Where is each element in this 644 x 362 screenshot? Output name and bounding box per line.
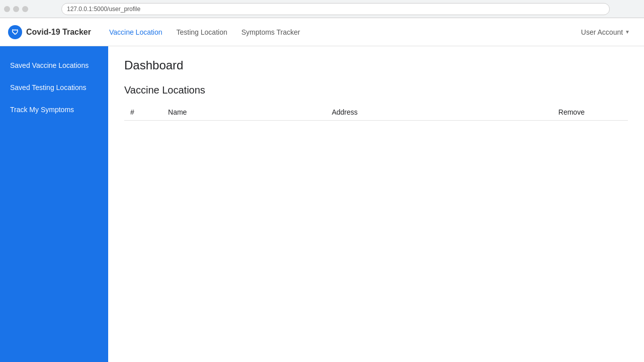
- user-account-button[interactable]: User Account ▼: [575, 25, 636, 39]
- navbar-right: User Account ▼: [575, 25, 636, 39]
- col-header-remove: Remove: [552, 104, 628, 121]
- page-title: Dashboard: [124, 58, 628, 72]
- sidebar-item-saved-testing-locations[interactable]: Saved Testing Locations: [0, 76, 108, 99]
- brand-label: Covid-19 Tracker: [26, 28, 91, 37]
- address-bar[interactable]: 127.0.0.1:5000/user_profile: [61, 3, 610, 15]
- sidebar-item-track-symptoms[interactable]: Track My Symptoms: [0, 99, 108, 121]
- nav-testing-location[interactable]: Testing Location: [171, 24, 233, 40]
- navbar: 🛡 Covid-19 Tracker Vaccine Location Test…: [0, 18, 644, 46]
- sidebar-label-testing: Saved Testing Locations: [10, 83, 87, 92]
- browser-btn-min[interactable]: [13, 6, 19, 12]
- nav-links: Vaccine Location Testing Location Sympto…: [103, 24, 575, 40]
- table-header-row: # Name Address Remove: [124, 104, 628, 121]
- nav-vaccine-location[interactable]: Vaccine Location: [103, 24, 169, 40]
- col-header-num: #: [124, 104, 162, 121]
- chevron-down-icon: ▼: [625, 29, 630, 35]
- section-title: Vaccine Locations: [124, 84, 628, 96]
- user-account-label: User Account: [581, 28, 623, 36]
- nav-symptoms-tracker[interactable]: Symptoms Tracker: [235, 24, 306, 40]
- sidebar-label-vaccine: Saved Vaccine Locations: [10, 61, 89, 69]
- col-header-name: Name: [162, 104, 326, 121]
- brand[interactable]: 🛡 Covid-19 Tracker: [8, 25, 91, 39]
- main-content: Dashboard Vaccine Locations # Name Addre…: [108, 46, 644, 362]
- browser-chrome: 127.0.0.1:5000/user_profile: [0, 0, 644, 18]
- sidebar-label-symptoms: Track My Symptoms: [10, 106, 74, 114]
- col-header-address: Address: [326, 104, 552, 121]
- main-layout: Saved Vaccine Locations Saved Testing Lo…: [0, 46, 644, 362]
- vaccine-locations-table: # Name Address Remove: [124, 104, 628, 121]
- brand-icon: 🛡: [8, 25, 22, 39]
- browser-btn-close[interactable]: [4, 6, 10, 12]
- url-text: 127.0.0.1:5000/user_profile: [67, 6, 140, 13]
- browser-btn-max[interactable]: [22, 6, 28, 12]
- sidebar: Saved Vaccine Locations Saved Testing Lo…: [0, 46, 108, 362]
- table-header: # Name Address Remove: [124, 104, 628, 121]
- sidebar-item-saved-vaccine-locations[interactable]: Saved Vaccine Locations: [0, 54, 108, 76]
